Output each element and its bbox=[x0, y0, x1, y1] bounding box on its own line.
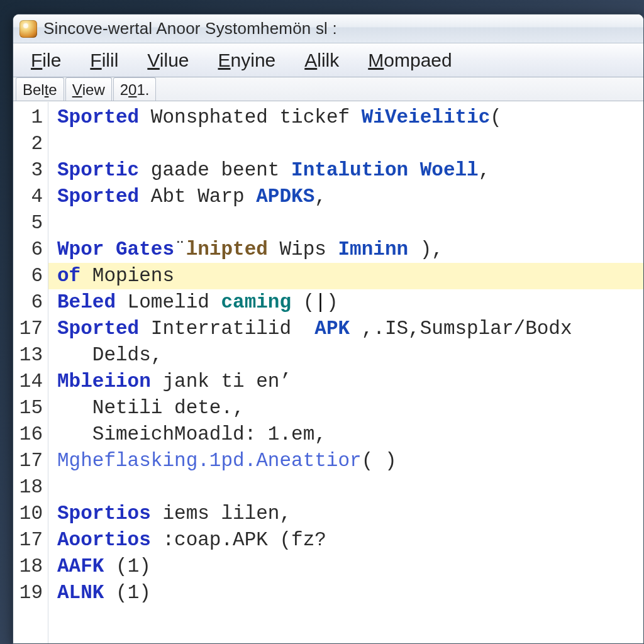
line-number: 6 bbox=[13, 263, 43, 289]
code-line[interactable]: Netili dete., bbox=[57, 395, 643, 421]
code-line[interactable]: Sported Wonsphated tickef WiVeielitic( bbox=[57, 104, 643, 131]
app-icon bbox=[19, 20, 37, 38]
tool-201[interactable]: 201. bbox=[113, 77, 157, 101]
code-line[interactable]: Sportios iems lilen, bbox=[57, 501, 643, 527]
code-line[interactable]: SimeichMoadld: 1.em, bbox=[57, 421, 643, 448]
line-number: 4 bbox=[13, 184, 43, 210]
code-line[interactable]: Delds, bbox=[57, 342, 643, 369]
code-line[interactable]: Mgheflasking.1pd.Aneattior( ) bbox=[57, 448, 643, 474]
line-number: 6 bbox=[13, 289, 43, 316]
line-number: 14 bbox=[13, 369, 43, 395]
line-number: 2 bbox=[13, 131, 43, 157]
menu-alilk[interactable]: Alilk bbox=[301, 47, 343, 74]
window-title: Sincove-wertal Anoor Systomhemön sl : bbox=[43, 19, 337, 38]
code-line[interactable]: AAFK (1) bbox=[57, 553, 643, 580]
line-number: 17 bbox=[13, 527, 43, 553]
line-number: 19 bbox=[13, 580, 43, 606]
tool-view[interactable]: View bbox=[65, 77, 112, 101]
line-number-gutter: 123456661713141516171810171819 bbox=[13, 102, 48, 643]
code-line[interactable]: Beled Lomelid caming (|) bbox=[57, 289, 643, 316]
line-number: 18 bbox=[13, 474, 43, 501]
line-number: 10 bbox=[13, 501, 43, 527]
line-number: 3 bbox=[13, 157, 43, 184]
code-line[interactable]: Sported Interratilid APK ,.IS,Sumsplar/B… bbox=[57, 316, 643, 342]
line-number: 5 bbox=[13, 210, 43, 236]
code-line[interactable]: of Mopiens bbox=[48, 263, 643, 289]
menu-file[interactable]: File bbox=[27, 47, 65, 74]
line-number: 13 bbox=[13, 342, 43, 369]
line-number: 18 bbox=[13, 553, 43, 580]
code-line[interactable]: ALNK (1) bbox=[57, 580, 643, 606]
code-line[interactable]: Mbleiion jank ti en’ bbox=[57, 369, 643, 395]
code-line[interactable]: Wpor Gates¨lnipted Wips Imninn ), bbox=[57, 236, 643, 263]
menubar: File Filil Vilue Enyine Alilk Mompaed bbox=[13, 43, 643, 77]
code-line[interactable] bbox=[57, 474, 643, 501]
code-line[interactable]: Sported Abt Warp APDKS, bbox=[57, 184, 643, 210]
app-window: Sincove-wertal Anoor Systomhemön sl : Fi… bbox=[13, 14, 644, 644]
code-line[interactable] bbox=[57, 131, 643, 157]
code-line[interactable]: Sportic gaade beent Intalution Woell, bbox=[57, 157, 643, 184]
code-editor[interactable]: 123456661713141516171810171819 Sported W… bbox=[13, 101, 643, 643]
menu-mompaed[interactable]: Mompaed bbox=[364, 47, 455, 74]
tabstrip: Belte View 201. bbox=[13, 77, 643, 101]
menu-vilue[interactable]: Vilue bbox=[143, 47, 192, 74]
code-line[interactable] bbox=[57, 210, 643, 236]
titlebar[interactable]: Sincove-wertal Anoor Systomhemön sl : bbox=[13, 14, 643, 43]
tool-belte[interactable]: Belte bbox=[16, 77, 64, 101]
line-number: 17 bbox=[13, 448, 43, 474]
line-number: 1 bbox=[13, 104, 43, 131]
line-number: 6 bbox=[13, 236, 43, 263]
menu-enyine[interactable]: Enyine bbox=[214, 47, 280, 74]
line-number: 16 bbox=[13, 421, 43, 448]
code-line[interactable]: Aoortios :coap.APK (fz? bbox=[57, 527, 643, 553]
line-number: 17 bbox=[13, 316, 43, 342]
code-area[interactable]: Sported Wonsphated tickef WiVeielitic( S… bbox=[48, 102, 643, 643]
line-number: 15 bbox=[13, 395, 43, 421]
menu-filil[interactable]: Filil bbox=[86, 47, 122, 74]
